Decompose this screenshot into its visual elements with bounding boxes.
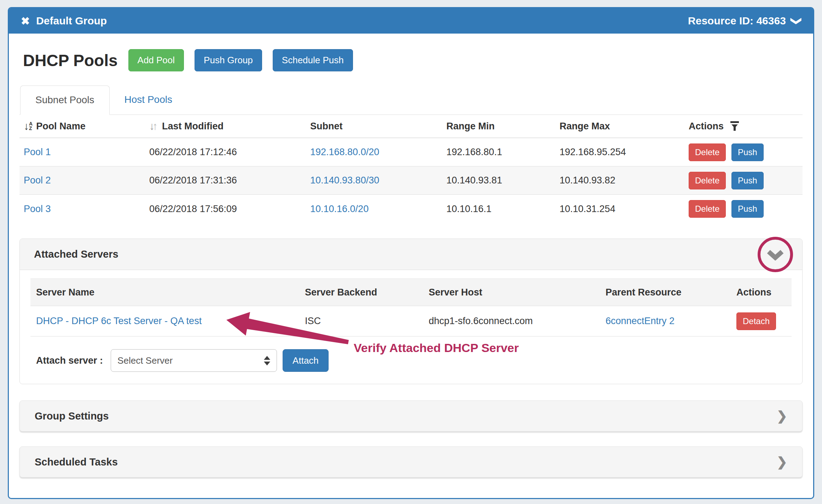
delete-button[interactable]: Delete — [689, 172, 726, 189]
last-modified-value: 06/22/2018 17:31:36 — [149, 175, 310, 186]
col-last-modified: Last Modified — [162, 121, 224, 132]
select-spinner-icon — [264, 356, 270, 365]
attach-server-row: Attach server : Select Server Attach — [30, 349, 792, 372]
chevron-right-icon: ❯ — [777, 409, 787, 423]
chevron-down-icon — [766, 248, 785, 260]
detach-button[interactable]: Detach — [736, 312, 776, 330]
subnet-link[interactable]: 10.140.93.80/30 — [310, 175, 379, 186]
col-server-actions: Actions — [736, 287, 786, 298]
title-row: DHCP Pools Add Pool Push Group Schedule … — [23, 49, 803, 71]
collapse-card-chevron-down-icon[interactable]: ❯ — [791, 16, 803, 25]
push-button[interactable]: Push — [731, 200, 764, 218]
attached-servers-title: Attached Servers — [34, 248, 118, 260]
push-button[interactable]: Push — [731, 143, 764, 161]
attached-servers-panel: Attached Servers Server Name Server Back… — [19, 239, 803, 384]
server-name-link[interactable]: DHCP - DHCP 6c Test Server - QA test — [36, 316, 202, 326]
subnet-link[interactable]: 10.10.16.0/20 — [310, 204, 369, 214]
col-range-max: Range Max — [560, 121, 689, 132]
col-subnet: Subnet — [310, 121, 446, 132]
last-modified-value: 06/22/2018 17:56:09 — [149, 204, 310, 215]
pool-link[interactable]: Pool 2 — [24, 175, 51, 186]
scheduled-tasks-panel[interactable]: Scheduled Tasks ❯ — [19, 446, 803, 477]
scheduled-tasks-title: Scheduled Tasks — [35, 456, 118, 468]
range-min-value: 10.10.16.1 — [446, 204, 560, 215]
col-server-host: Server Host — [429, 287, 606, 298]
pool-link[interactable]: Pool 1 — [24, 147, 51, 157]
card-body: DHCP Pools Add Pool Push Group Schedule … — [9, 34, 813, 477]
sort-alpha-icon[interactable]: ↓ A Z — [24, 120, 33, 132]
col-parent-resource: Parent Resource — [606, 287, 736, 298]
close-icon[interactable]: ✖ — [21, 15, 30, 27]
subnet-link[interactable]: 192.168.80.0/20 — [310, 147, 379, 157]
range-min-value: 192.168.80.1 — [446, 147, 560, 158]
range-min-value: 10.140.93.81 — [446, 175, 560, 186]
push-button[interactable]: Push — [731, 172, 764, 189]
tab-host-pools[interactable]: Host Pools — [110, 86, 187, 115]
delete-button[interactable]: Delete — [689, 200, 726, 218]
page-title: DHCP Pools — [23, 51, 118, 70]
table-row: Pool 3 06/22/2018 17:56:09 10.10.16.0/20… — [19, 195, 803, 223]
delete-button[interactable]: Delete — [689, 143, 726, 161]
group-titlebar: ✖ Default Group Resource ID: 46363 ❯ — [9, 8, 813, 34]
table-row: Pool 2 06/22/2018 17:31:36 10.140.93.80/… — [19, 166, 803, 195]
pool-tabs: Subnet Pools Host Pools — [19, 86, 803, 115]
pools-table-header: ↓ A Z Pool Name ↓↑ Last Modified Subnet … — [19, 115, 803, 138]
group-title: Default Group — [36, 15, 107, 27]
range-max-value: 192.168.95.254 — [560, 147, 689, 158]
add-pool-button[interactable]: Add Pool — [128, 49, 184, 71]
col-pool-name: Pool Name — [36, 121, 86, 132]
collapse-section-control[interactable] — [765, 247, 785, 262]
range-max-value: 10.140.93.82 — [560, 175, 689, 186]
attach-button[interactable]: Attach — [283, 349, 329, 372]
sort-updown-icon[interactable]: ↓↑ — [149, 120, 156, 132]
table-row: Pool 1 06/22/2018 17:12:46 192.168.80.0/… — [19, 138, 803, 166]
server-select-value: Select Server — [117, 355, 173, 366]
col-server-name: Server Name — [36, 287, 305, 298]
last-modified-value: 06/22/2018 17:12:46 — [149, 147, 310, 158]
attached-servers-body: Server Name Server Backend Server Host P… — [20, 270, 802, 384]
resource-id-label: Resource ID: 46363 — [688, 15, 786, 27]
range-max-value: 10.10.31.254 — [560, 204, 689, 215]
subnet-pools-table: ↓ A Z Pool Name ↓↑ Last Modified Subnet … — [19, 115, 803, 223]
group-settings-panel[interactable]: Group Settings ❯ — [19, 400, 803, 432]
push-group-button[interactable]: Push Group — [195, 49, 262, 71]
tab-subnet-pools[interactable]: Subnet Pools — [20, 86, 110, 115]
col-range-min: Range Min — [446, 121, 560, 132]
servers-table-header: Server Name Server Backend Server Host P… — [30, 279, 792, 306]
col-actions: Actions — [689, 121, 724, 132]
schedule-push-button[interactable]: Schedule Push — [273, 49, 353, 71]
group-settings-title: Group Settings — [35, 410, 109, 422]
attached-servers-header[interactable]: Attached Servers — [20, 239, 802, 270]
filter-icon[interactable] — [730, 121, 739, 131]
chevron-right-icon: ❯ — [777, 455, 787, 469]
col-server-backend: Server Backend — [305, 287, 429, 298]
default-group-card: ✖ Default Group Resource ID: 46363 ❯ DHC… — [8, 7, 814, 499]
server-backend-value: ISC — [305, 316, 429, 327]
parent-resource-link[interactable]: 6connectEntry 2 — [606, 316, 675, 326]
attach-server-label: Attach server : — [36, 355, 103, 366]
server-select[interactable]: Select Server — [111, 349, 277, 372]
pool-link[interactable]: Pool 3 — [24, 204, 51, 214]
server-host-value: dhcp1-sfo.6connect.com — [429, 316, 606, 327]
server-row: DHCP - DHCP 6c Test Server - QA test ISC… — [30, 306, 792, 336]
